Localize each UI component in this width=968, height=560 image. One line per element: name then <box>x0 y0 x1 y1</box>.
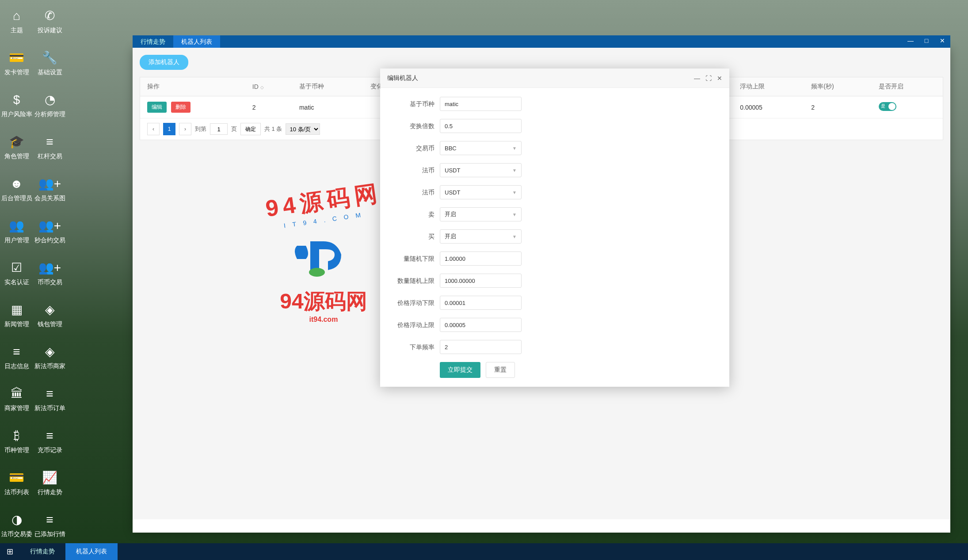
desktop-icon-10[interactable]: 👥用户管理 <box>0 210 33 252</box>
tab-robot-list[interactable]: 机器人列表 <box>173 35 220 48</box>
taskbar: ⊞ 行情走势 机器人列表 <box>0 543 968 560</box>
col-enabled[interactable]: 是否开启 <box>872 77 943 96</box>
desktop-icon-12[interactable]: ☑实名认证 <box>0 252 33 294</box>
page-unit: 页 <box>231 125 237 133</box>
edit-button[interactable]: 编辑 <box>147 102 167 113</box>
minimize-icon[interactable]: — <box>903 35 918 46</box>
next-page-button[interactable]: › <box>179 123 191 135</box>
app-label: 法币列表 <box>4 488 29 496</box>
desktop-icon-6[interactable]: 🎓角色管理 <box>0 126 33 168</box>
delete-button[interactable]: 删除 <box>171 102 191 113</box>
modal-maximize-icon[interactable]: ⛶ <box>705 75 712 82</box>
input-change-mult[interactable] <box>440 119 522 133</box>
desktop-icon-24[interactable]: ◑法币交易委 <box>0 504 33 546</box>
app-icon: 🎓 <box>9 134 24 150</box>
per-page-select[interactable]: 10 条/页 <box>286 123 320 135</box>
app-icon: ≡ <box>46 512 53 528</box>
desktop-icon-1[interactable]: ✆投诉建议 <box>33 0 66 42</box>
input-order-freq[interactable] <box>440 340 522 354</box>
app-icon: 👥 <box>9 218 24 234</box>
tab-market-trend[interactable]: 行情走势 <box>133 35 173 48</box>
app-icon: ◈ <box>45 302 55 318</box>
desktop-icon-8[interactable]: ☻后台管理员 <box>0 168 33 210</box>
taskbar-item-robot[interactable]: 机器人列表 <box>65 543 118 560</box>
maximize-icon[interactable]: □ <box>918 35 934 46</box>
input-base-coin[interactable] <box>440 97 522 111</box>
select-fiat1[interactable]: USDT▼ <box>440 163 522 177</box>
select-buy[interactable]: 开启▼ <box>440 229 522 244</box>
enable-toggle[interactable]: 是 <box>879 102 896 111</box>
add-robot-button[interactable]: 添加机器人 <box>140 55 188 70</box>
app-label: 新法币订单 <box>34 404 65 412</box>
modal-header: 编辑机器人 — ⛶ ✕ <box>380 69 729 88</box>
desktop-icon-11[interactable]: 👥+秒合约交易 <box>33 210 66 252</box>
desktop-icon-2[interactable]: 💳发卡管理 <box>0 42 33 84</box>
app-label: 投诉建议 <box>38 27 62 34</box>
app-icon: ≡ <box>46 428 53 444</box>
input-price-low[interactable] <box>440 296 522 310</box>
desktop-icon-15[interactable]: ◈钱包管理 <box>33 294 66 336</box>
desktop-icon-22[interactable]: 💳法币列表 <box>0 462 33 504</box>
desktop-icon-7[interactable]: ≡杠杆交易 <box>33 126 66 168</box>
app-icon: ✆ <box>45 8 55 24</box>
modal-minimize-icon[interactable]: — <box>694 75 700 82</box>
col-base[interactable]: 基于币种 <box>292 77 363 96</box>
col-float-upper[interactable]: 浮动上限 <box>733 77 804 96</box>
app-label: 基础设置 <box>38 69 62 76</box>
select-fiat2[interactable]: USDT▼ <box>440 185 522 199</box>
label-trade-coin: 交易币 <box>393 141 440 155</box>
select-sell[interactable]: 开启▼ <box>440 207 522 221</box>
app-label: 会员关系图 <box>34 194 65 202</box>
desktop-icon-4[interactable]: $用户风险率 <box>0 84 33 126</box>
submit-button[interactable]: 立即提交 <box>440 362 480 378</box>
desktop-icon-9[interactable]: 👥+会员关系图 <box>33 168 66 210</box>
desktop-icon-0[interactable]: ⌂主题 <box>0 0 33 42</box>
app-label: 角色管理 <box>4 152 29 160</box>
input-qty-low[interactable] <box>440 251 522 266</box>
goto-confirm-button[interactable]: 确定 <box>240 123 261 135</box>
cell-float-upper: 0.00005 <box>733 96 804 118</box>
app-label: 新法币商家 <box>34 362 65 370</box>
col-freq[interactable]: 频率(秒) <box>804 77 872 96</box>
input-price-high[interactable] <box>440 318 522 332</box>
desktop-icon-21[interactable]: ≡充币记录 <box>33 420 66 462</box>
desktop-icon-25[interactable]: ≡已添加行情 <box>33 504 66 546</box>
modal-close-icon[interactable]: ✕ <box>717 75 722 82</box>
desktop-icon-18[interactable]: 🏛商家管理 <box>0 378 33 420</box>
taskbar-item-market[interactable]: 行情走势 <box>19 543 65 560</box>
app-icon: ≡ <box>46 386 53 402</box>
desktop-icon-20[interactable]: ₿币种管理 <box>0 420 33 462</box>
app-label: 主题 <box>11 27 23 34</box>
app-label: 用户风险率 <box>1 110 32 118</box>
desktop-icon-17[interactable]: ◈新法币商家 <box>33 336 66 378</box>
desktop-icon-23[interactable]: 📈行情走势 <box>33 462 66 504</box>
desktop-icon-19[interactable]: ≡新法币订单 <box>33 378 66 420</box>
app-label: 新闻管理 <box>4 320 29 328</box>
label-price-high: 价格浮动上限 <box>393 318 440 332</box>
goto-page-input[interactable] <box>210 123 228 135</box>
desktop-icon-13[interactable]: 👥+币币交易 <box>33 252 66 294</box>
cell-base: matic <box>292 96 363 118</box>
select-trade-coin[interactable]: BBC▼ <box>440 141 522 155</box>
reset-button[interactable]: 重置 <box>486 362 515 378</box>
start-button[interactable]: ⊞ <box>0 543 19 560</box>
chevron-down-icon: ▼ <box>512 168 517 173</box>
app-icon: 🔧 <box>42 50 57 66</box>
desktop-icon-3[interactable]: 🔧基础设置 <box>33 42 66 84</box>
page-1-button[interactable]: 1 <box>163 123 175 135</box>
col-ops[interactable]: 操作 <box>140 77 245 96</box>
desktop-icon-16[interactable]: ≡日志信息 <box>0 336 33 378</box>
desktop-icon-14[interactable]: ▦新闻管理 <box>0 294 33 336</box>
app-label: 日志信息 <box>4 362 29 370</box>
label-buy: 买 <box>393 229 440 244</box>
desktop-icon-5[interactable]: ◔分析师管理 <box>33 84 66 126</box>
input-qty-high[interactable] <box>440 274 522 288</box>
col-id[interactable]: ID◇ <box>245 77 292 96</box>
app-label: 杠杆交易 <box>38 152 62 160</box>
close-icon[interactable]: ✕ <box>934 35 950 46</box>
label-fiat1: 法币 <box>393 163 440 177</box>
chevron-down-icon: ▼ <box>512 234 517 239</box>
prev-page-button[interactable]: ‹ <box>147 123 160 135</box>
chevron-down-icon: ▼ <box>512 212 517 217</box>
app-icon: $ <box>13 92 20 108</box>
